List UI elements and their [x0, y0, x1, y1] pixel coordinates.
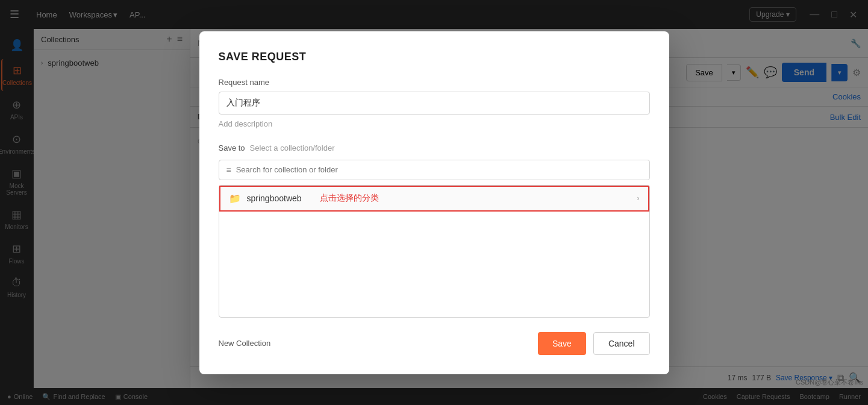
modal-save-button[interactable]: Save — [538, 332, 586, 355]
app-container: ☰ Home Workspaces ▾ AP... Upgrade ▾ — □ … — [0, 0, 868, 405]
save-request-modal: SAVE REQUEST Request name Add descriptio… — [199, 31, 669, 374]
collection-list-item-springbootweb[interactable]: 📁 springbootweb 点击选择的分类 › — [219, 186, 649, 212]
collection-search-box: ≡ — [219, 160, 650, 180]
modal-title: SAVE REQUEST — [219, 51, 650, 63]
request-name-input[interactable] — [219, 92, 650, 115]
modal-footer: New Collection Save Cancel — [219, 332, 650, 355]
save-to-section: Save to Select a collection/folder — [219, 143, 650, 152]
save-to-label: Save to — [219, 143, 245, 152]
annotation-text: 点击选择的分类 — [320, 193, 379, 204]
request-name-label: Request name — [219, 78, 650, 87]
save-to-placeholder: Select a collection/folder — [250, 143, 335, 152]
collection-item-name: springbootweb — [247, 193, 302, 203]
new-collection-button[interactable]: New Collection — [219, 339, 271, 348]
collection-item-left: 📁 springbootweb 点击选择的分类 — [229, 193, 379, 204]
collection-search-input[interactable] — [236, 165, 642, 174]
search-icon: ≡ — [226, 165, 231, 175]
folder-icon: 📁 — [229, 193, 241, 204]
collection-list: 📁 springbootweb 点击选择的分类 › — [219, 185, 650, 318]
modal-cancel-button[interactable]: Cancel — [593, 332, 650, 355]
modal-actions: Save Cancel — [538, 332, 650, 355]
add-description-link[interactable]: Add description — [219, 119, 273, 128]
modal-overlay: SAVE REQUEST Request name Add descriptio… — [0, 0, 868, 405]
chevron-right-icon: › — [637, 194, 640, 202]
